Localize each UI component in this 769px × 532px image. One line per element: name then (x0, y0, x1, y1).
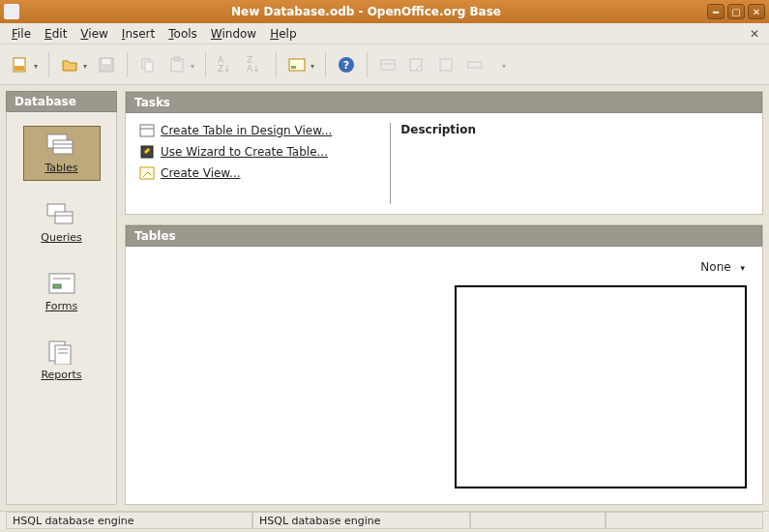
svg-rect-31 (140, 125, 154, 136)
sort-asc-icon: AZ↓ (218, 56, 235, 74)
description-heading: Description (390, 123, 476, 204)
svg-rect-28 (55, 345, 71, 365)
form-button[interactable] (284, 51, 317, 78)
tasks-panel: Tasks Create Table in Design View... Use… (125, 91, 763, 215)
database-panel-header: Database (6, 91, 117, 112)
open-button[interactable] (57, 51, 90, 78)
svg-rect-8 (289, 59, 305, 71)
task-list: Create Table in Design View... Use Wizar… (139, 123, 332, 204)
new-icon (12, 56, 29, 74)
menu-insert[interactable]: Insert (116, 25, 161, 43)
task-create-view[interactable]: Create View... (139, 165, 332, 181)
preview-mode-label: None (700, 260, 730, 274)
toolbar-separator (205, 52, 206, 77)
sidebar-item-label: Reports (41, 369, 81, 381)
sidebar-item-forms[interactable]: Forms (23, 265, 101, 318)
statusbar: HSQL database engine HSQL database engin… (0, 511, 769, 530)
database-panel-body: Tables Queries Forms Reports (6, 112, 117, 505)
window-title: New Database.odb - OpenOffice.org Base (25, 5, 707, 18)
minimize-button[interactable]: ━ (707, 4, 725, 19)
forms-icon (45, 271, 78, 296)
svg-rect-1 (15, 66, 24, 71)
edit-icon (408, 56, 426, 74)
svg-rect-22 (55, 212, 73, 223)
app-icon (4, 4, 19, 19)
preview-mode-dropdown[interactable]: None (700, 260, 745, 274)
copy-button[interactable] (135, 51, 161, 78)
tasks-panel-header: Tasks (126, 92, 762, 113)
close-button[interactable]: ✕ (748, 4, 765, 19)
help-button[interactable]: ? (334, 51, 359, 78)
menu-help[interactable]: Help (264, 25, 302, 43)
sidebar-item-label: Queries (41, 231, 81, 244)
menubar: File Edit View Insert Tools Window Help … (0, 23, 769, 44)
window-controls: ━ ▢ ✕ (707, 4, 765, 19)
svg-rect-15 (440, 59, 452, 71)
titlebar: New Database.odb - OpenOffice.org Base ━… (0, 0, 769, 23)
svg-rect-18 (53, 140, 73, 154)
status-cell-2: HSQL database engine (252, 512, 470, 529)
content-panel: Tasks Create Table in Design View... Use… (125, 91, 763, 505)
svg-rect-14 (410, 59, 422, 71)
document-close-button[interactable]: ✕ (746, 27, 763, 41)
reports-icon (45, 340, 78, 365)
sort-desc-button[interactable]: ZA↓ (243, 51, 268, 78)
table-design-button[interactable] (375, 51, 400, 78)
help-icon: ? (338, 56, 355, 74)
toolbar-separator (276, 52, 277, 77)
toolbar-separator (325, 52, 326, 77)
svg-rect-24 (49, 274, 74, 293)
menu-window[interactable]: Window (205, 25, 262, 43)
design-view-icon (139, 123, 155, 138)
delete-icon (437, 56, 455, 74)
task-use-wizard[interactable]: Use Wizard to Create Table... (139, 144, 332, 160)
sidebar-item-reports[interactable]: Reports (23, 334, 101, 387)
task-label: Create Table in Design View... (161, 124, 332, 137)
queries-icon (45, 202, 78, 227)
save-button[interactable] (94, 51, 119, 78)
toolbar-separator (127, 52, 128, 77)
preview-area (455, 285, 747, 488)
rename-icon (466, 56, 484, 74)
tasks-panel-body: Create Table in Design View... Use Wizar… (126, 113, 762, 214)
status-cell-1: HSQL database engine (6, 512, 252, 529)
menu-edit[interactable]: Edit (39, 25, 73, 43)
svg-rect-9 (291, 66, 296, 69)
task-label: Use Wizard to Create Table... (161, 145, 328, 159)
folder-open-icon (61, 56, 78, 74)
copy-icon (139, 56, 157, 74)
delete-button[interactable] (433, 51, 458, 78)
svg-rect-7 (174, 57, 180, 61)
svg-rect-5 (145, 62, 153, 72)
table-icon (379, 56, 397, 74)
tables-panel-body: None (126, 247, 762, 504)
paste-button[interactable] (164, 51, 197, 78)
status-cell-3 (470, 512, 606, 529)
task-label: Create View... (161, 166, 241, 180)
sort-asc-button[interactable]: AZ↓ (214, 51, 239, 78)
maximize-button[interactable]: ▢ (727, 4, 745, 19)
toolbar-separator (48, 52, 49, 77)
new-button[interactable] (8, 51, 41, 78)
task-create-design-view[interactable]: Create Table in Design View... (139, 123, 332, 138)
menu-file[interactable]: File (6, 25, 37, 43)
edit-button[interactable] (404, 51, 429, 78)
rename-button[interactable] (462, 51, 488, 78)
toolbar-overflow[interactable] (491, 51, 509, 78)
database-panel: Database Tables Queries Forms (6, 91, 117, 505)
menu-tools[interactable]: Tools (163, 25, 203, 43)
toolbar-separator (367, 52, 368, 77)
sidebar-item-tables[interactable]: Tables (23, 126, 101, 181)
tables-panel: Tables None (125, 224, 763, 505)
status-cell-4 (606, 512, 763, 529)
svg-rect-12 (381, 60, 395, 70)
sidebar-item-queries[interactable]: Queries (23, 196, 101, 250)
paste-icon (168, 56, 186, 74)
menu-view[interactable]: View (74, 25, 113, 43)
save-icon (98, 56, 115, 74)
tables-icon (45, 133, 78, 158)
svg-text:?: ? (343, 59, 349, 72)
create-view-icon (139, 165, 155, 181)
tables-panel-header: Tables (126, 225, 762, 247)
sidebar-item-label: Tables (44, 162, 77, 174)
